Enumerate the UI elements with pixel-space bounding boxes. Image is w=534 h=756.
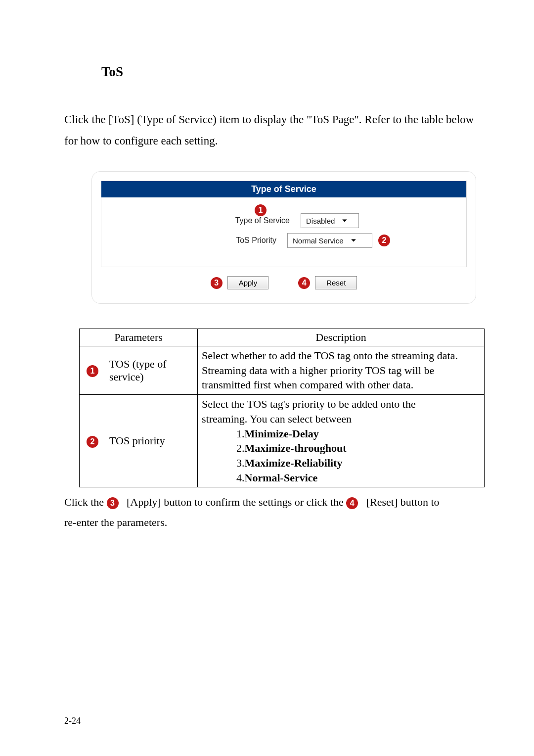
- panel-title: Type of Service: [101, 181, 466, 197]
- param-desc: Select the TOS tag's priority to be adde…: [198, 395, 485, 487]
- section-heading: ToS: [101, 64, 490, 80]
- callout-badge-3: 3: [211, 277, 222, 289]
- type-of-service-label: Type of Service: [191, 216, 301, 225]
- tos-priority-select[interactable]: Normal Service: [287, 233, 372, 248]
- inline-badge-3: 3: [107, 497, 119, 509]
- table-row: 1 TOS (type of service) Select whether t…: [80, 346, 485, 395]
- col-description: Description: [198, 329, 485, 346]
- apply-button[interactable]: Apply: [227, 276, 269, 289]
- type-of-service-select[interactable]: Disabled: [301, 213, 359, 228]
- callout-badge-2: 2: [378, 235, 390, 246]
- chevron-down-icon: [342, 218, 348, 224]
- col-parameters: Parameters: [80, 329, 198, 346]
- row-badge-2: 2: [87, 436, 98, 448]
- parameters-table: Parameters Description 1 TOS (type of se…: [79, 329, 485, 487]
- param-desc: Select whether to add the TOS tag onto t…: [198, 346, 485, 395]
- chevron-down-icon: [351, 237, 356, 243]
- callout-badge-4: 4: [298, 277, 310, 289]
- footer-paragraph: Click the 3 [Apply] button to confirm th…: [64, 492, 490, 532]
- intro-paragraph: Click the [ToS] (Type of Service) item t…: [64, 109, 490, 151]
- inline-badge-4: 4: [346, 497, 358, 509]
- param-name: TOS priority: [105, 395, 198, 487]
- tos-priority-value: Normal Service: [293, 236, 344, 245]
- type-of-service-value: Disabled: [306, 217, 335, 225]
- tos-priority-label: ToS Priority: [178, 236, 287, 245]
- row-badge-1: 1: [87, 365, 98, 377]
- tos-panel-figure: Type of Service 1 Type of Service Disabl…: [91, 171, 476, 304]
- param-name: TOS (type of service): [105, 346, 198, 395]
- reset-button[interactable]: Reset: [315, 276, 357, 289]
- page-number: 2-24: [64, 716, 81, 726]
- callout-badge-1: 1: [255, 204, 267, 216]
- table-row: 2 TOS priority Select the TOS tag's prio…: [80, 395, 485, 487]
